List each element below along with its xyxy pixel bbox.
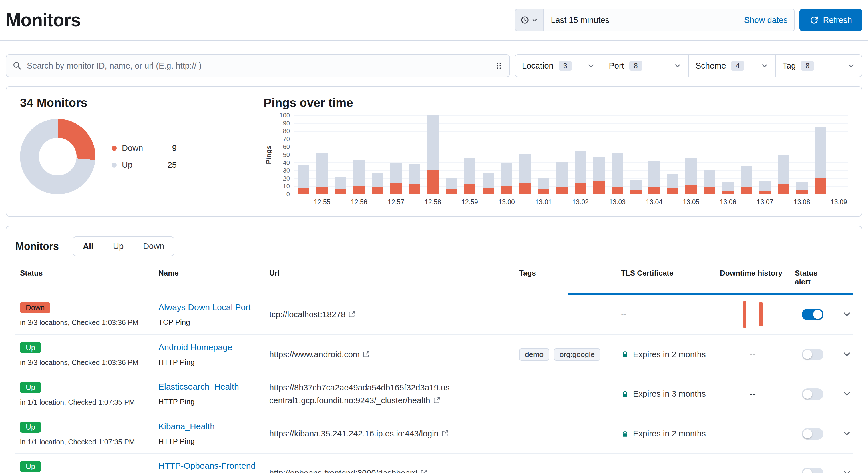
y-tick-label: 0 bbox=[286, 191, 290, 198]
ping-bar bbox=[760, 115, 771, 194]
show-dates-link[interactable]: Show dates bbox=[744, 15, 795, 25]
column-header-tls-certificate: TLS Certificate bbox=[616, 269, 715, 286]
filter-location[interactable]: Location3 bbox=[515, 55, 602, 76]
toggle-knob bbox=[803, 350, 812, 359]
down-pings-segment bbox=[427, 170, 439, 194]
status-alert-toggle[interactable] bbox=[802, 309, 824, 320]
tab-down[interactable]: Down bbox=[133, 237, 174, 256]
x-tick-label: 12:55 bbox=[314, 198, 331, 206]
ping-bar bbox=[446, 115, 457, 194]
monitor-url[interactable]: http://opbeans-frontend:3000/dashboard bbox=[269, 468, 428, 473]
up-pings-segment bbox=[722, 182, 734, 191]
search-input[interactable] bbox=[27, 61, 490, 71]
x-tick-label: 13:08 bbox=[794, 198, 810, 206]
monitor-url[interactable]: https://kibana.35.241.242.16.ip.es.io:44… bbox=[269, 429, 449, 438]
column-header-tags: Tags bbox=[515, 269, 616, 286]
up-pings-segment bbox=[667, 174, 678, 188]
bar-slot bbox=[645, 115, 663, 194]
external-link-icon bbox=[363, 350, 370, 358]
bar-slot bbox=[682, 115, 701, 194]
filter-tag[interactable]: Tag8 bbox=[776, 55, 862, 76]
quick-select-button[interactable] bbox=[515, 9, 544, 31]
bars-layer bbox=[294, 115, 848, 194]
bar-slot bbox=[442, 115, 461, 194]
expand-row-button[interactable] bbox=[841, 428, 852, 439]
y-tick-label: 20 bbox=[283, 175, 290, 182]
tab-up[interactable]: Up bbox=[103, 237, 133, 256]
down-pings-segment bbox=[612, 187, 623, 194]
bar-slot bbox=[571, 115, 590, 194]
filter-label: Tag bbox=[782, 61, 796, 71]
up-pings-segment bbox=[408, 164, 420, 184]
up-pings-segment bbox=[372, 173, 383, 188]
bar-slot bbox=[774, 115, 793, 194]
monitors-summary: 34 Monitors Down9Up25 bbox=[20, 96, 264, 207]
filter-port[interactable]: Port8 bbox=[602, 55, 689, 76]
chevron-down-icon bbox=[842, 429, 851, 438]
bar-slot bbox=[405, 115, 424, 194]
ping-bar bbox=[408, 115, 420, 194]
legend-label: Down bbox=[122, 143, 157, 153]
status-alert-toggle[interactable] bbox=[802, 428, 824, 440]
chevron-down-icon bbox=[847, 62, 855, 69]
donut-legend: Down9Up25 bbox=[112, 143, 177, 170]
monitor-name-link[interactable]: Android Homepage bbox=[158, 342, 232, 352]
bar-slot bbox=[461, 115, 479, 194]
expand-row-button[interactable] bbox=[841, 348, 852, 360]
x-tick-label: 13:05 bbox=[683, 198, 700, 206]
downtime-history-value: -- bbox=[750, 350, 755, 359]
ping-bar bbox=[427, 115, 439, 194]
monitor-url[interactable]: tcp://localhost:18278 bbox=[269, 310, 356, 319]
down-pings-segment bbox=[353, 186, 365, 194]
expand-row-button[interactable] bbox=[841, 467, 852, 473]
filter-scheme[interactable]: Scheme4 bbox=[689, 55, 776, 76]
bar-slot bbox=[590, 115, 609, 194]
up-pings-segment bbox=[741, 166, 752, 187]
y-tick-label: 70 bbox=[283, 135, 290, 143]
ping-type: HTTP Ping bbox=[158, 397, 260, 406]
ping-type: HTTP Ping bbox=[158, 358, 260, 367]
column-header-status: Status bbox=[16, 269, 154, 286]
status-alert-toggle[interactable] bbox=[802, 468, 824, 473]
monitor-name-link[interactable]: Always Down Local Port bbox=[158, 302, 251, 312]
status-badge: Down bbox=[20, 302, 50, 313]
monitor-row: Downin 3/3 locations, Checked 1:03:36 PM… bbox=[16, 295, 852, 335]
pings-over-time-section: Pings over time Pings 010203040506070809… bbox=[264, 96, 848, 207]
monitor-name-link[interactable]: HTTP-Opbeans-Frontend bbox=[158, 461, 256, 471]
time-range-value[interactable]: Last 15 minutes bbox=[544, 15, 744, 25]
legend-dot bbox=[112, 146, 117, 151]
monitor-url[interactable]: https://8b37cb7ca2ae49ada54db165f32d3a19… bbox=[269, 383, 452, 405]
tls-certificate-value: Expires in 2 months bbox=[633, 350, 706, 359]
filter-count-badge: 8 bbox=[629, 61, 643, 71]
bar-slot bbox=[701, 115, 719, 194]
filter-label: Location bbox=[522, 61, 554, 71]
filter-group: Location3Port8Scheme4Tag8 bbox=[515, 54, 862, 77]
legend-value: 9 bbox=[157, 143, 177, 153]
monitor-row: Upin 3/3 locations, Checked 1:07:38 PMHT… bbox=[16, 454, 852, 473]
bar-slot bbox=[516, 115, 534, 194]
grid-dots-icon[interactable] bbox=[495, 61, 503, 70]
monitor-name-link[interactable]: Elasticsearch_Health bbox=[158, 382, 239, 392]
ping-bar bbox=[612, 115, 623, 194]
up-pings-segment bbox=[520, 154, 531, 183]
refresh-button[interactable]: Refresh bbox=[799, 8, 862, 31]
monitor-name-link[interactable]: Kibana_Health bbox=[158, 421, 215, 431]
ping-bar bbox=[353, 115, 365, 194]
monitors-count-title: 34 Monitors bbox=[20, 96, 264, 110]
status-alert-toggle[interactable] bbox=[802, 349, 824, 360]
up-pings-segment bbox=[814, 127, 826, 178]
tab-all[interactable]: All bbox=[73, 237, 103, 256]
chevron-down-icon bbox=[674, 62, 681, 69]
down-pings-segment bbox=[316, 188, 328, 194]
expand-row-button[interactable] bbox=[841, 308, 852, 320]
bar-slot bbox=[497, 115, 516, 194]
y-tick-label: 10 bbox=[283, 182, 290, 190]
expand-row-button[interactable] bbox=[841, 388, 852, 399]
refresh-label: Refresh bbox=[823, 15, 852, 25]
chevron-down-icon bbox=[587, 62, 595, 69]
y-tick-label: 100 bbox=[279, 112, 290, 119]
status-alert-toggle[interactable] bbox=[802, 388, 824, 400]
down-pings-segment bbox=[593, 181, 605, 194]
monitor-url[interactable]: https://www.android.com bbox=[269, 350, 370, 359]
ping-type: HTTP Ping bbox=[158, 437, 260, 446]
